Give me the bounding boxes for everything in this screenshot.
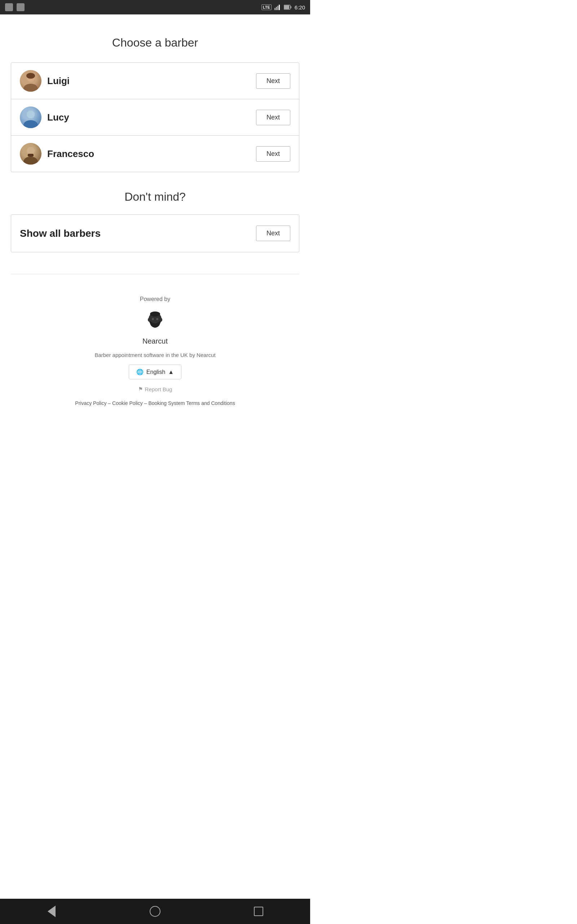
svg-rect-1 <box>276 7 277 10</box>
status-bar: LTE 6:20 <box>0 0 310 15</box>
globe-icon: 🌐 <box>136 368 143 375</box>
barber-left-lucy: Lucy <box>20 107 69 128</box>
avatar-luigi <box>20 70 42 92</box>
home-button[interactable] <box>148 904 162 919</box>
barber-left-luigi: Luigi <box>20 70 69 92</box>
svg-rect-3 <box>279 5 280 10</box>
barber-left-francesco: Francesco <box>20 143 94 165</box>
section-divider <box>11 274 299 274</box>
language-label: English <box>147 369 165 375</box>
cookie-policy-link[interactable]: Cookie Policy <box>112 400 143 406</box>
svg-point-10 <box>26 73 35 79</box>
powered-by-label: Powered by <box>140 296 171 302</box>
svg-point-12 <box>23 120 38 128</box>
main-content: Choose a barber Luigi Next <box>0 15 310 899</box>
chevron-up-icon: ▲ <box>168 369 174 375</box>
avatar-lucy <box>20 107 42 128</box>
svg-point-23 <box>156 318 158 320</box>
nearcut-name: Nearcut <box>142 337 168 346</box>
svg-point-19 <box>150 312 160 317</box>
nearcut-icon <box>142 309 168 334</box>
recent-button[interactable] <box>251 904 266 919</box>
show-all-card: Show all barbers Next <box>11 215 299 252</box>
bottom-nav-bar <box>0 899 310 924</box>
svg-point-15 <box>23 157 38 165</box>
language-button[interactable]: 🌐 English ▲ <box>129 365 181 380</box>
link-separator-1: – <box>108 400 112 406</box>
next-button-show-all[interactable]: Next <box>256 226 290 241</box>
back-button[interactable] <box>44 904 59 919</box>
svg-point-8 <box>23 84 38 92</box>
privacy-policy-link[interactable]: Privacy Policy <box>75 400 106 406</box>
svg-rect-2 <box>277 6 279 10</box>
next-button-francesco[interactable]: Next <box>256 146 290 162</box>
back-icon <box>48 906 56 917</box>
battery-icon <box>284 5 292 10</box>
status-bar-left <box>5 3 24 11</box>
svg-rect-0 <box>274 8 276 10</box>
show-all-label: Show all barbers <box>20 228 101 239</box>
footer-description: Barber appointment software in the UK by… <box>95 352 215 358</box>
lte-indicator: LTE <box>261 4 272 10</box>
notification-icon <box>5 3 13 11</box>
barber-item-luigi: Luigi Next <box>11 63 299 99</box>
svg-rect-17 <box>28 154 34 157</box>
barber-name-luigi: Luigi <box>47 76 69 87</box>
dont-mind-title: Don't mind? <box>11 190 299 204</box>
home-icon <box>150 906 161 917</box>
report-bug-button[interactable]: ⚑ Report Bug <box>138 386 172 393</box>
svg-point-22 <box>152 318 154 320</box>
next-button-lucy[interactable]: Next <box>256 110 290 125</box>
barber-name-francesco: Francesco <box>47 149 94 160</box>
report-bug-label: Report Bug <box>145 386 172 393</box>
clock: 6:20 <box>295 4 305 10</box>
footer-links: Privacy Policy – Cookie Policy – Booking… <box>75 399 235 408</box>
svg-rect-6 <box>291 6 292 8</box>
page-title: Choose a barber <box>11 36 299 50</box>
barber-list: Luigi Next Lucy Next <box>11 63 299 172</box>
barber-item-francesco: Francesco Next <box>11 136 299 172</box>
svg-point-13 <box>27 110 35 118</box>
flag-icon: ⚑ <box>138 386 143 393</box>
next-button-luigi[interactable]: Next <box>256 73 290 89</box>
svg-point-16 <box>27 147 35 155</box>
svg-point-20 <box>148 318 150 321</box>
footer: Powered by Nearcut Barber appointment so… <box>11 296 299 437</box>
barber-name-lucy: Lucy <box>47 112 69 123</box>
booking-terms-link[interactable]: Booking System Terms and Conditions <box>148 400 235 406</box>
avatar-francesco <box>20 143 42 165</box>
signal-icon <box>274 4 281 10</box>
recent-icon <box>254 907 263 916</box>
svg-point-21 <box>160 318 162 321</box>
link-separator-2: – <box>144 400 148 406</box>
status-bar-right: LTE 6:20 <box>261 4 305 10</box>
svg-rect-5 <box>284 5 289 9</box>
nearcut-logo: Nearcut <box>142 309 168 346</box>
barber-item-lucy: Lucy Next <box>11 99 299 136</box>
app-icon <box>16 3 24 11</box>
